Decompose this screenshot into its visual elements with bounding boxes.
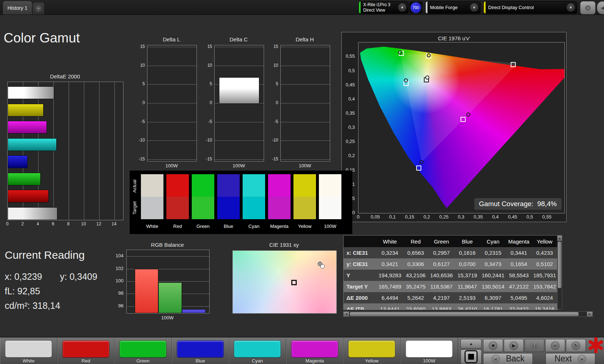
display-control-selector[interactable]: Direct Display Control ▼ bbox=[484, 1, 577, 13]
cie1976-y-tick: 0,4 bbox=[342, 96, 355, 102]
plus-icon: + bbox=[35, 5, 42, 12]
collapse-panel-button[interactable]: ◀ bbox=[597, 1, 604, 15]
white-target-marker bbox=[291, 280, 297, 285]
table-cell: 23,6060 bbox=[403, 306, 429, 310]
rgb-balance-x-label: 100W bbox=[161, 315, 174, 320]
target-swatch bbox=[141, 197, 163, 219]
actual-swatch bbox=[268, 174, 291, 197]
scroll-left-icon[interactable]: ◄ bbox=[344, 312, 349, 316]
pattern-swatch bbox=[5, 340, 52, 357]
table-cell: 0,2315 bbox=[480, 250, 506, 256]
pattern-button-cyan[interactable]: Cyan bbox=[229, 338, 286, 364]
table-header-row: WhiteRedGreenBlueCyanMagentaYellow bbox=[344, 236, 558, 247]
rgb-bar-red bbox=[135, 269, 158, 313]
step-button[interactable]: [-] bbox=[524, 339, 544, 352]
table-row: ΔE ITP13,644123,606013,888326,421016,178… bbox=[344, 303, 558, 310]
gridline bbox=[215, 122, 264, 122]
pattern-up-button[interactable]: ▲ bbox=[461, 339, 482, 348]
settings-button[interactable]: ⚙ bbox=[580, 1, 596, 15]
yellow-measured-marker bbox=[427, 53, 431, 57]
tab-history-1[interactable]: History 1 bbox=[3, 1, 32, 15]
magenta-target-marker bbox=[461, 117, 466, 122]
top-bar: History 1 + X-Rite i1Pro 3Direct View ▼ … bbox=[0, 0, 604, 15]
pattern-button-100w[interactable]: 100W bbox=[401, 338, 458, 364]
swatch-label: 100W bbox=[319, 224, 341, 229]
gridline bbox=[281, 66, 330, 66]
next-button[interactable]: Next » bbox=[546, 353, 595, 364]
deltae-bar-yellow bbox=[8, 104, 44, 116]
cie-1931-title: CIE 1931 xy bbox=[269, 242, 299, 248]
cie1976-y-tick: 0,2 bbox=[342, 153, 355, 158]
row-label: x: CIE31 bbox=[344, 250, 377, 256]
compare-swatch-magenta: Magenta bbox=[268, 174, 291, 219]
delta-y-tick: 15 bbox=[200, 44, 212, 49]
current-reading-cd: cd/m²: 318,14 bbox=[5, 300, 60, 311]
pattern-button-magenta[interactable]: Magenta bbox=[286, 338, 344, 364]
current-reading-fl: fL: 92,85 bbox=[5, 286, 40, 296]
pattern-swatch bbox=[62, 340, 109, 357]
source-selector[interactable]: Mobile Forge ▼ bbox=[426, 1, 480, 13]
refresh-button[interactable]: ↻ bbox=[566, 339, 586, 352]
column-header: Yellow bbox=[532, 238, 558, 245]
scroll-up-icon[interactable]: ▲ bbox=[558, 236, 562, 241]
pattern-window-button[interactable] bbox=[461, 349, 482, 364]
deltae-bar-red bbox=[8, 190, 49, 203]
table-cell: 194,9283 bbox=[377, 272, 403, 278]
red-target-marker bbox=[511, 62, 516, 67]
delta-y-tick: -15 bbox=[266, 156, 278, 161]
table-cell: 0,4233 bbox=[532, 250, 558, 256]
deltae-chart bbox=[7, 82, 123, 220]
gridline bbox=[215, 140, 264, 141]
pattern-button-red[interactable]: Red bbox=[57, 338, 115, 364]
table-vertical-scrollbar[interactable]: ▲ bbox=[557, 235, 562, 309]
table-row: y: CIE310,34210,33060,61270,07000,34730,… bbox=[344, 258, 558, 270]
compare-swatch-cyan: Cyan bbox=[243, 174, 265, 219]
horizontal-scroll-thumb[interactable] bbox=[350, 312, 579, 316]
target-luminance-badge[interactable]: 700 bbox=[409, 1, 422, 13]
pattern-label: Blue bbox=[172, 358, 229, 364]
table-cell: 140,6536 bbox=[429, 272, 454, 278]
deltae-x-tick: 4 bbox=[37, 221, 39, 226]
cie1976-x-tick: 0,35 bbox=[474, 214, 483, 220]
deltae-bar-white bbox=[8, 207, 57, 220]
back-button[interactable]: « Back bbox=[483, 353, 533, 364]
gamut-coverage-readout: Gamut Coverage: 98,4% bbox=[474, 198, 562, 210]
pattern-button-yellow[interactable]: Yellow bbox=[343, 338, 401, 364]
target-luminance-value: 700 bbox=[410, 2, 421, 13]
cie1976-x-tick: 0,55 bbox=[542, 214, 551, 220]
cie1976-y-tick: 0,5 bbox=[342, 68, 355, 73]
scroll-right-icon[interactable]: ► bbox=[587, 312, 592, 316]
pattern-label: Green bbox=[114, 358, 171, 364]
gridline bbox=[215, 159, 264, 160]
delta-c-title: Delta C bbox=[230, 36, 248, 42]
delta-y-tick: 0 bbox=[266, 100, 278, 105]
table-horizontal-scrollbar[interactable]: ◄ ► bbox=[343, 311, 593, 317]
pattern-button-green[interactable]: Green bbox=[114, 338, 172, 364]
pattern-swatch bbox=[291, 340, 338, 357]
refresh-icon: ↻ bbox=[571, 341, 580, 350]
add-tab-button[interactable]: + bbox=[33, 3, 44, 15]
meter-selector[interactable]: X-Rite i1Pro 3Direct View ▼ bbox=[359, 1, 408, 13]
continuous-button[interactable]: ∞ bbox=[545, 339, 565, 352]
play-button[interactable]: ▶ bbox=[504, 339, 524, 352]
swatch-label: Green bbox=[192, 224, 214, 229]
pattern-swatch bbox=[348, 340, 395, 357]
column-header: Magenta bbox=[506, 238, 532, 245]
table-row: Y194,928343,2106140,653615,3719160,24415… bbox=[344, 270, 558, 281]
delta-y-tick: -5 bbox=[200, 119, 212, 124]
vertical-scroll-thumb[interactable] bbox=[558, 242, 562, 288]
stop-button[interactable]: ■ bbox=[483, 339, 503, 352]
table-cell: 13,8883 bbox=[429, 306, 454, 310]
rgb-bar-blue bbox=[182, 309, 206, 313]
rgb-y-tick: 104 bbox=[111, 253, 123, 258]
pattern-button-blue[interactable]: Blue bbox=[172, 338, 229, 364]
swatch-label: Blue bbox=[217, 224, 240, 229]
table-cell: 0,3234 bbox=[377, 250, 403, 256]
pattern-label: Cyan bbox=[229, 358, 286, 364]
pattern-button-white[interactable]: White bbox=[0, 338, 57, 364]
table-cell: 0,3421 bbox=[377, 261, 403, 267]
swatch-label: Yellow bbox=[293, 224, 316, 229]
cie1976-y-tick: 0,3 bbox=[342, 124, 355, 130]
current-reading-x: x: 0,3239 bbox=[5, 271, 42, 282]
play-icon: ▶ bbox=[509, 341, 518, 350]
